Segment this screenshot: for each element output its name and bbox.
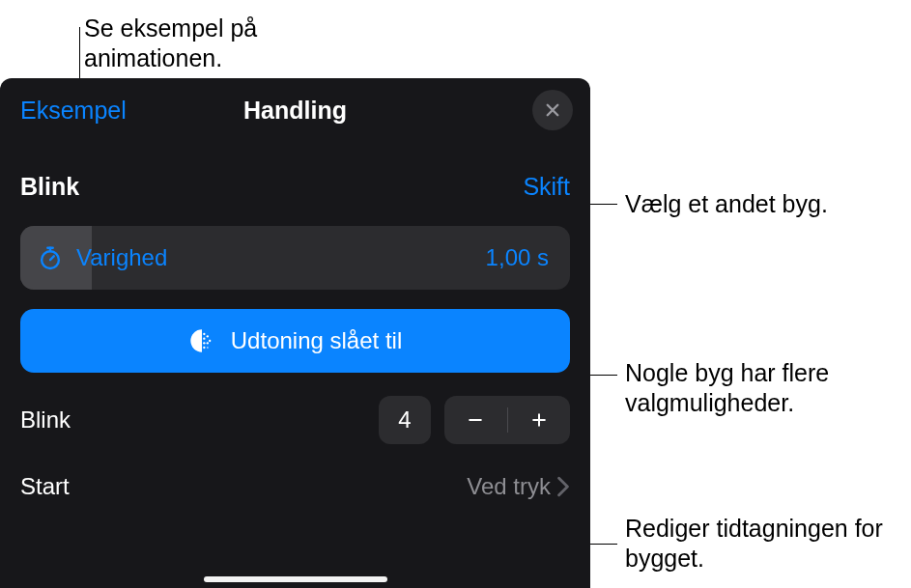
animation-panel: Eksempel Handling Blink Skift Varighed 1…	[0, 78, 590, 588]
fade-icon	[188, 327, 215, 354]
minus-icon	[466, 410, 485, 430]
home-indicator	[204, 576, 387, 582]
svg-point-6	[203, 342, 205, 344]
callout-more-options: Nogle byg har flere valgmuligheder.	[625, 358, 847, 419]
start-value: Ved tryk	[467, 473, 551, 500]
duration-value: 1,00 s	[486, 244, 549, 271]
callout-change-effect: Vælg et andet byg.	[625, 189, 828, 219]
chevron-right-icon	[556, 476, 570, 497]
svg-point-8	[207, 347, 209, 349]
change-effect-button[interactable]: Skift	[523, 173, 570, 201]
count-value: 4	[379, 396, 431, 444]
fade-toggle-label: Udtoning slået til	[231, 327, 402, 354]
count-stepper	[444, 396, 570, 444]
count-row: Blink 4	[20, 396, 570, 444]
duration-slider[interactable]: Varighed 1,00 s	[20, 226, 570, 290]
increment-button[interactable]	[508, 396, 571, 444]
close-button[interactable]	[532, 90, 573, 130]
stopwatch-icon	[38, 245, 63, 270]
panel-header: Eksempel Handling	[0, 78, 590, 142]
svg-point-5	[206, 342, 208, 344]
count-label: Blink	[20, 406, 71, 434]
svg-point-4	[203, 338, 205, 340]
start-value-group: Ved tryk	[467, 473, 570, 500]
duration-label: Varighed	[76, 244, 167, 271]
panel-title: Handling	[243, 97, 347, 125]
svg-point-1	[203, 333, 205, 335]
callout-preview: Se eksempel på animationen.	[84, 14, 326, 74]
callout-edit-timing: Rediger tidtagningen for bygget.	[625, 514, 905, 574]
preview-button[interactable]: Eksempel	[20, 97, 127, 125]
close-icon	[544, 101, 561, 119]
svg-point-7	[203, 347, 205, 349]
svg-point-3	[209, 340, 211, 342]
fade-toggle-button[interactable]: Udtoning slået til	[20, 309, 570, 373]
svg-point-2	[206, 335, 208, 337]
effect-name: Blink	[20, 173, 79, 201]
start-row[interactable]: Start Ved tryk	[20, 473, 570, 500]
start-label: Start	[20, 473, 70, 500]
plus-icon	[529, 410, 549, 430]
decrement-button[interactable]	[444, 396, 507, 444]
effect-row: Blink Skift	[20, 173, 570, 201]
